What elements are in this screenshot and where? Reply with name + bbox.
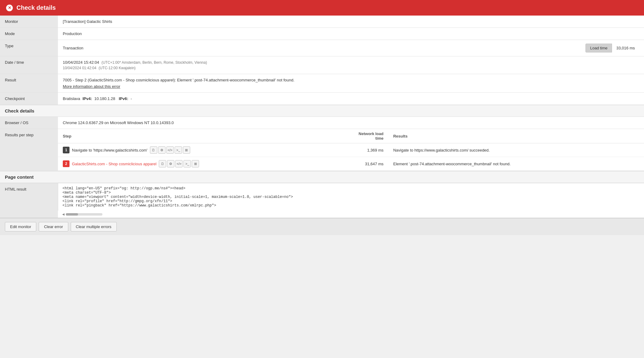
type-label: Type	[0, 40, 58, 56]
html-result-container: <html lang="en-US" prefix="og: http://og…	[58, 183, 644, 218]
mode-value: Production	[58, 28, 644, 40]
date-primary-line: 10/04/2024 15:42:04 (UTC+1:00* Amsterdam…	[63, 60, 639, 65]
code-icon[interactable]: </>	[166, 146, 174, 154]
main-content: Monitor [Transaction] Galactic Shirts Mo…	[0, 16, 644, 218]
page-icon[interactable]: 🗋	[159, 160, 166, 167]
checkpoint-value-cell: Bratislava IPv4: 10.180.1.28 IPv6: -	[58, 93, 644, 105]
html-result-content: <html lang="en-US" prefix="og: http://og…	[58, 183, 644, 211]
code-icon[interactable]: </>	[175, 160, 183, 167]
results-per-step-row: Results per step Step Network load time …	[0, 129, 644, 171]
result-text: 7005 - Step 2 (GalacticShirts.com - Shop…	[63, 78, 639, 82]
step-name[interactable]: GalacticShirts.com - Shop cosmiclicious …	[72, 162, 156, 166]
edit-monitor-button[interactable]: Edit monitor	[5, 222, 36, 231]
date-timezone-secondary: (UTC-12:00 Kwajalein)	[98, 66, 135, 70]
step-name-cell: 1Navigate to 'https://www.galacticshirts…	[63, 146, 347, 154]
type-value-cell: Transaction Load time 33,016 ms	[58, 40, 644, 56]
step-table-header: Step Network load time Results	[58, 129, 644, 143]
browser-os-value: Chrome 124.0.6367.29 on Microsoft Window…	[58, 117, 644, 129]
network-time: 31,647 ms	[352, 157, 388, 171]
step-name-cell: 2GalacticShirts.com - Shop cosmiclicious…	[63, 160, 347, 167]
check-details-table: Browser / OS Chrome 124.0.6367.29 on Mic…	[0, 117, 644, 171]
step-badge: 2	[63, 160, 69, 167]
more-info-link[interactable]: More information about this error	[63, 84, 639, 89]
step-badge: 1	[63, 147, 69, 153]
step-cell: 1Navigate to 'https://www.galacticshirts…	[58, 143, 352, 157]
load-time-label: Load time	[585, 44, 612, 52]
scrollbar-thumb	[66, 213, 78, 216]
type-value: Transaction	[63, 46, 83, 50]
header: Check details	[0, 0, 644, 16]
clear-error-button[interactable]: Clear error	[39, 222, 68, 231]
action-icons: 🗋⚙</>>_⊞	[159, 160, 199, 167]
terminal-icon[interactable]: >_	[183, 160, 191, 167]
html-result-label: HTML result	[0, 183, 58, 218]
footer: Edit monitor Clear error Clear multiple …	[0, 218, 644, 235]
scroll-left-icon[interactable]: ◀	[62, 213, 65, 216]
load-time-value: 33,016 ms	[612, 44, 639, 52]
checkpoint-ipv6-value: -	[130, 96, 132, 101]
close-icon[interactable]	[6, 5, 13, 11]
checkpoint-ipv4-label: IPv4:	[83, 96, 92, 101]
monitor-label: Monitor	[0, 16, 58, 28]
col-results: Results	[388, 129, 644, 143]
grid-icon[interactable]: ⊞	[192, 160, 199, 167]
html-line: <link rel="profile" href="http://gmpg.or…	[62, 199, 640, 203]
grid-icon[interactable]: ⊞	[183, 146, 190, 154]
action-icons: 🗋⚙</>>_⊞	[150, 146, 190, 154]
html-line: <meta name="viewport" content="width=dev…	[62, 195, 640, 199]
type-row: Type Transaction Load time 33,016 ms	[0, 40, 644, 56]
checkpoint-ipv6-label: IPv6:	[119, 96, 128, 101]
step-result: Element '.post-74.attachment-woocommerce…	[388, 157, 644, 171]
date-secondary: 10/04/2024 01:42:04	[63, 66, 96, 70]
date-value-cell: 10/04/2024 15:42:04 (UTC+1:00* Amsterdam…	[58, 56, 644, 74]
details-table: Monitor [Transaction] Galactic Shirts Mo…	[0, 16, 644, 105]
html-line: <link rel="pingback" href="https://www.g…	[62, 203, 640, 208]
date-primary: 10/04/2024 15:42:04	[63, 60, 99, 65]
checkpoint-row: Checkpoint Bratislava IPv4: 10.180.1.28 …	[0, 93, 644, 105]
step-result: Navigate to https://www.galacticshirts.c…	[388, 143, 644, 157]
date-row: Date / time 10/04/2024 15:42:04 (UTC+1:0…	[0, 56, 644, 74]
browser-os-label: Browser / OS	[0, 117, 58, 129]
checkpoint-ipv4-value: 10.180.1.28	[94, 96, 115, 101]
monitor-row: Monitor [Transaction] Galactic Shirts	[0, 16, 644, 28]
results-per-step-value: Step Network load time Results 1Navigate…	[58, 129, 644, 171]
date-secondary-line: 10/04/2024 01:42:04 (UTC-12:00 Kwajalein…	[63, 66, 639, 70]
monitor-value: [Transaction] Galactic Shirts	[58, 16, 644, 28]
browser-os-row: Browser / OS Chrome 124.0.6367.29 on Mic…	[0, 117, 644, 129]
html-scrollbar[interactable]: ◀	[58, 211, 644, 218]
mode-label: Mode	[0, 28, 58, 40]
result-row: Result 7005 - Step 2 (GalacticShirts.com…	[0, 74, 644, 93]
page-content-section-header: Page content	[0, 171, 644, 183]
page-icon[interactable]: 🗋	[150, 146, 157, 154]
date-label: Date / time	[0, 56, 58, 74]
checkpoint-label: Checkpoint	[0, 93, 58, 105]
step-cell: 2GalacticShirts.com - Shop cosmiclicious…	[58, 157, 352, 171]
network-time: 1,369 ms	[352, 143, 388, 157]
col-step: Step	[58, 129, 352, 143]
html-result-row: HTML result <html lang="en-US" prefix="o…	[0, 183, 644, 218]
html-line: <meta charset="UTF-8">	[62, 191, 640, 195]
page-title: Check details	[16, 4, 56, 11]
col-network: Network load time	[352, 129, 388, 143]
mode-row: Mode Production	[0, 28, 644, 40]
results-per-step-label: Results per step	[0, 129, 58, 171]
scrollbar-track[interactable]	[66, 213, 102, 216]
date-timezone-primary: (UTC+1:00* Amsterdam, Berlin, Bern, Rome…	[101, 60, 207, 65]
table-row: 1Navigate to 'https://www.galacticshirts…	[58, 143, 644, 157]
check-details-section-header: Check details	[0, 105, 644, 117]
result-label: Result	[0, 74, 58, 93]
settings-icon[interactable]: ⚙	[167, 160, 174, 167]
clear-multiple-button[interactable]: Clear multiple errors	[71, 222, 117, 231]
result-value-cell: 7005 - Step 2 (GalacticShirts.com - Shop…	[58, 74, 644, 93]
type-row-content: Transaction Load time 33,016 ms	[63, 44, 639, 52]
checkpoint-city: Bratislava	[63, 96, 80, 101]
table-row: 2GalacticShirts.com - Shop cosmiclicious…	[58, 157, 644, 171]
terminal-icon[interactable]: >_	[175, 146, 182, 154]
step-table: Step Network load time Results 1Navigate…	[58, 129, 644, 171]
load-time-container: Load time 33,016 ms	[585, 44, 639, 52]
settings-icon[interactable]: ⚙	[158, 146, 165, 154]
html-line: <html lang="en-US" prefix="og: http://og…	[62, 186, 640, 191]
step-name: Navigate to 'https://www.galacticshirts.…	[72, 148, 148, 152]
